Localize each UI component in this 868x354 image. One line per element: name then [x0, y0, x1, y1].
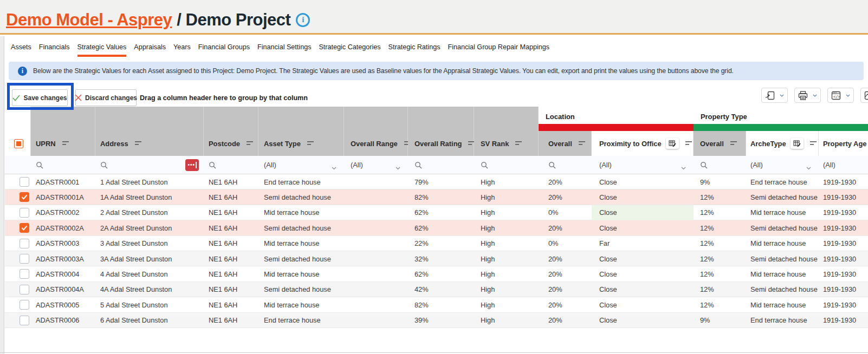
cell-asset_type[interactable]: Semi detached house [258, 220, 344, 235]
column-header-property_age[interactable]: Property Age [819, 131, 868, 156]
cell-overall_range[interactable] [344, 297, 408, 312]
cell-pt_overall[interactable]: 12% [694, 236, 746, 251]
filter-loc_overall[interactable] [539, 156, 592, 174]
cell-proximity[interactable]: Close [592, 282, 694, 297]
cell-asset_type[interactable]: Mid terrace house [258, 236, 344, 251]
cell-archetype[interactable]: Mid terrace house [746, 297, 819, 312]
cell-proximity[interactable]: Close [592, 189, 694, 205]
cell-asset_type[interactable]: Semi detached house [258, 189, 344, 205]
cell-archetype[interactable]: Semi detached house [746, 282, 819, 297]
column-chooser-button[interactable]: </> [827, 88, 854, 103]
cell-overall_rating[interactable]: 62% [408, 266, 474, 281]
cell-postcode[interactable]: NE1 6AH [204, 251, 258, 266]
filter-overall_rating[interactable] [408, 156, 474, 174]
cell-archetype[interactable]: Semi detached house [746, 251, 819, 266]
cell-loc_overall[interactable]: 0% [539, 205, 592, 220]
cell-asset_type[interactable]: Mid terrace house [258, 205, 344, 220]
cell-sv_rank[interactable]: High [474, 220, 539, 235]
cell-proximity[interactable]: Far [592, 236, 694, 251]
print-button[interactable] [794, 88, 821, 103]
cell-loc_overall[interactable]: 20% [539, 189, 592, 205]
cell-archetype[interactable]: End terrace house [746, 174, 819, 189]
cell-asset_type[interactable]: End terrace house [258, 313, 344, 328]
tab-years[interactable]: Years [173, 43, 191, 57]
cell-asset_type[interactable]: Mid terrace house [258, 297, 344, 312]
cell-pt_overall[interactable]: 9% [694, 174, 746, 189]
filter-postcode[interactable] [204, 156, 258, 174]
export-button[interactable] [761, 88, 788, 103]
cell-postcode[interactable]: NE1 6AH [204, 205, 258, 220]
cell-loc_overall[interactable]: 20% [539, 297, 592, 312]
cell-archetype[interactable]: Semi detached house [746, 189, 819, 205]
cell-archetype[interactable]: Mid terrace house [746, 205, 819, 220]
column-header-loc_overall[interactable]: Overall [539, 131, 592, 156]
cell-overall_rating[interactable]: 22% [408, 236, 474, 251]
cell-property_age[interactable]: 1919-1930 [819, 189, 868, 205]
cell-pt_overall[interactable]: 12% [694, 297, 746, 312]
cell-postcode[interactable]: NE1 6AH [204, 220, 258, 235]
cell-postcode[interactable]: NE1 6AH [204, 297, 258, 312]
cell-property_age[interactable]: 1919-1930 [819, 220, 868, 235]
filter-asset_type[interactable]: (All) [258, 156, 344, 174]
row-checkbox[interactable] [20, 208, 29, 218]
column-header-overall_range[interactable]: Overall Range [344, 107, 408, 156]
cell-postcode[interactable]: NE1 6AH [204, 236, 258, 251]
cell-address[interactable]: 4A Adal Street Dunston [95, 282, 204, 297]
cell-property_age[interactable]: 1919-1930 [819, 313, 868, 328]
cell-overall_rating[interactable]: 79% [408, 174, 474, 189]
cell-pt_overall[interactable]: 9% [694, 313, 746, 328]
cell-overall_rating[interactable]: 62% [408, 205, 474, 220]
column-header-overall_rating[interactable]: Overall Rating [408, 107, 474, 156]
row-checkbox[interactable] [20, 269, 29, 279]
select-all-header-cell[interactable] [5, 107, 31, 156]
cell-sv_rank[interactable]: High [474, 205, 539, 220]
cell-sv_rank[interactable]: High [474, 282, 539, 297]
cell-postcode[interactable]: NE1 6AH [204, 266, 258, 281]
cell-asset_type[interactable]: Semi detached house [258, 282, 344, 297]
cell-overall_rating[interactable]: 32% [408, 251, 474, 266]
tab-financial-groups[interactable]: Financial Groups [198, 43, 250, 57]
cell-overall_rating[interactable]: 82% [408, 297, 474, 312]
column-header-uprn[interactable]: UPRN [31, 107, 95, 156]
cell-archetype[interactable]: End terrace house [746, 313, 819, 328]
cell-overall_range[interactable] [344, 220, 408, 235]
cell-sv_rank[interactable]: High [474, 251, 539, 266]
cell-address[interactable]: 3A Adal Street Dunston [95, 251, 204, 266]
row-checkbox[interactable] [20, 316, 29, 325]
cell-archetype[interactable]: Mid terrace house [746, 266, 819, 281]
model-link[interactable]: Demo Model - Asprey [6, 10, 172, 30]
tab-assets[interactable]: Assets [11, 43, 31, 57]
tab-appraisals[interactable]: Appraisals [134, 43, 166, 57]
cell-proximity[interactable]: Close [592, 313, 694, 328]
cell-proximity[interactable]: Close [592, 266, 694, 281]
row-checkbox[interactable] [20, 192, 29, 202]
cell-postcode[interactable]: NE1 6AH [204, 189, 258, 205]
cell-loc_overall[interactable]: 0% [539, 236, 592, 251]
filter-archetype[interactable]: (All) [746, 156, 819, 174]
edit-cell-icon[interactable] [791, 138, 804, 149]
cell-overall_rating[interactable]: 62% [408, 220, 474, 235]
cell-address[interactable]: 1 Adal Street Dunston [95, 174, 204, 189]
column-header-asset_type[interactable]: Asset Type [258, 107, 344, 156]
cell-overall_range[interactable] [344, 174, 408, 189]
cell-postcode[interactable]: NE1 6AH [204, 313, 258, 328]
column-header-postcode[interactable]: Postcode [204, 107, 258, 156]
filter-uprn[interactable] [31, 156, 95, 174]
discard-changes-button[interactable]: Discard changes [75, 89, 137, 106]
cell-loc_overall[interactable]: 20% [539, 313, 592, 328]
cell-loc_overall[interactable]: 20% [539, 251, 592, 266]
cell-proximity[interactable]: Close [592, 205, 694, 220]
cell-property_age[interactable]: 1919-1930 [819, 282, 868, 297]
cell-property_age[interactable]: 1919-1930 [819, 297, 868, 312]
cell-uprn[interactable]: ADASTR0002 [31, 205, 95, 220]
tab-strategic-categories[interactable]: Strategic Categories [319, 43, 380, 57]
tab-strategic-ratings[interactable]: Strategic Ratings [388, 43, 441, 57]
row-checkbox[interactable] [20, 223, 29, 233]
cell-address[interactable]: 1A Adal Street Dunston [95, 189, 204, 205]
cell-pt_overall[interactable]: 12% [694, 205, 746, 220]
row-checkbox[interactable] [20, 300, 29, 310]
cell-uprn[interactable]: ADASTR0003A [31, 251, 95, 266]
cell-asset_type[interactable]: Mid terrace house [258, 266, 344, 281]
cell-address[interactable]: 2A Adal Street Dunston [95, 220, 204, 235]
cell-overall_range[interactable] [344, 251, 408, 266]
